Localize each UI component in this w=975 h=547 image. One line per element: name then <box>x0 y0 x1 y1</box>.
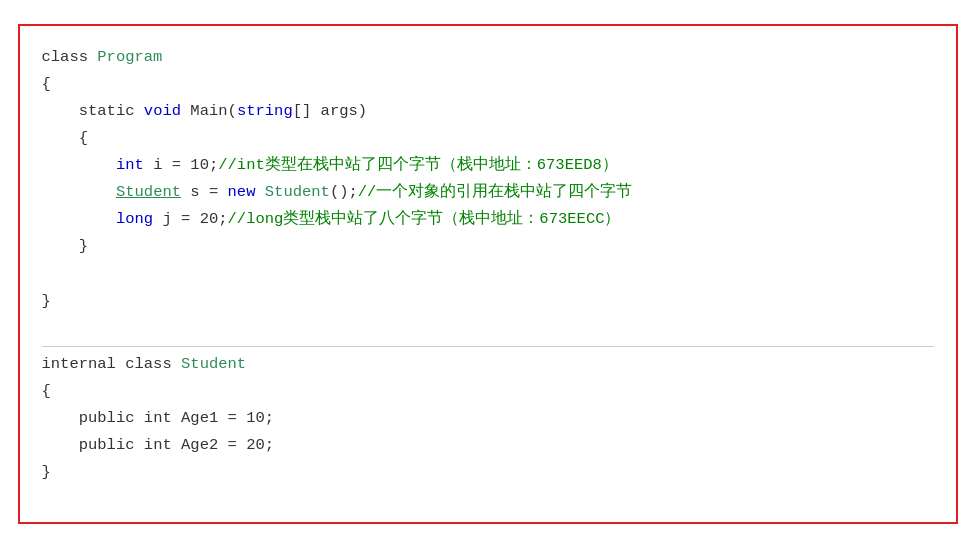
class-name-program: Program <box>97 48 162 66</box>
code-line-1: class Program <box>42 44 934 71</box>
code-line-12: internal class Student <box>42 351 934 378</box>
code-line-11 <box>42 315 934 342</box>
code-line-15: public int Age2 = 20; <box>42 432 934 459</box>
code-line-2: { <box>42 71 934 98</box>
code-line-6: Student s = new Student();//一个对象的引用在栈中站了… <box>42 179 934 206</box>
code-line-3: static void Main(string[] args) <box>42 98 934 125</box>
code-line-10: } <box>42 288 934 315</box>
section-divider <box>42 346 934 347</box>
code-line-13: { <box>42 378 934 405</box>
code-line-14: public int Age1 = 10; <box>42 405 934 432</box>
code-line-7: long j = 20;//long类型栈中站了八个字节（栈中地址：673EEC… <box>42 206 934 233</box>
code-line-16: } <box>42 459 934 486</box>
code-line-4: { <box>42 125 934 152</box>
code-line-9 <box>42 261 934 288</box>
code-editor: class Program { static void Main(string[… <box>18 24 958 524</box>
code-line-5: int i = 10;//int类型在栈中站了四个字节（栈中地址：673EED8… <box>42 152 934 179</box>
kw-class: class <box>42 48 98 66</box>
code-line-8: } <box>42 233 934 260</box>
